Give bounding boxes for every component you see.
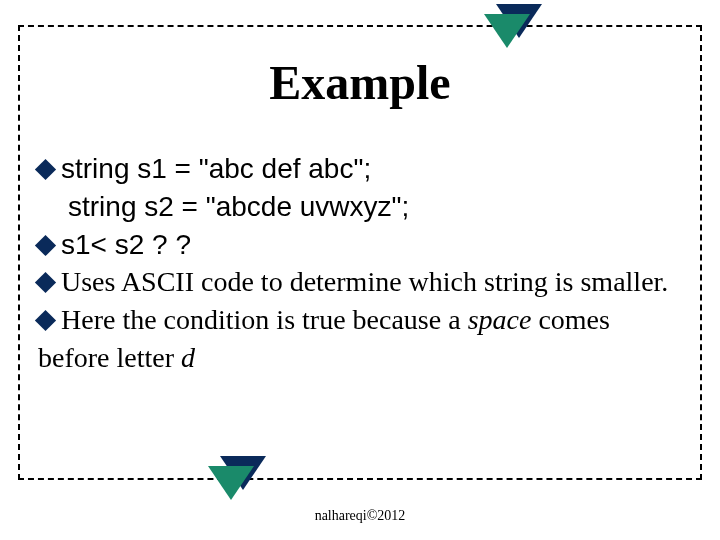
slide-body: string s1 = "abc def abc"; string s2 = "…	[38, 150, 680, 377]
slide-title: Example	[0, 55, 720, 110]
code-text: string	[61, 153, 129, 184]
emphasis-text: space	[468, 304, 532, 335]
diamond-icon	[35, 272, 56, 293]
diamond-icon	[35, 234, 56, 255]
body-text: Uses ASCII code to determine which strin…	[61, 266, 668, 297]
diamond-icon	[35, 159, 56, 180]
triangle-icon	[208, 466, 254, 500]
footer-text: nalhareqi©2012	[0, 508, 720, 524]
bullet-item: Uses ASCII code to determine which strin…	[38, 263, 680, 301]
bullet-item: s1< s2 ? ?	[38, 226, 680, 264]
triangle-icon	[484, 14, 530, 48]
bullet-item: Here the condition is true because a spa…	[38, 301, 680, 377]
code-text: s1 = "abc def abc";	[129, 153, 371, 184]
diamond-icon	[35, 310, 56, 331]
bullet-item: string s1 = "abc def abc";	[38, 150, 680, 188]
slide: Example string s1 = "abc def abc"; strin…	[0, 0, 720, 540]
code-text: string s2 = "abcde uvwxyz";	[38, 188, 680, 226]
code-text: s1< s2 ? ?	[61, 229, 191, 260]
body-text: Here the condition is true because a	[61, 304, 468, 335]
emphasis-text: d	[181, 342, 195, 373]
